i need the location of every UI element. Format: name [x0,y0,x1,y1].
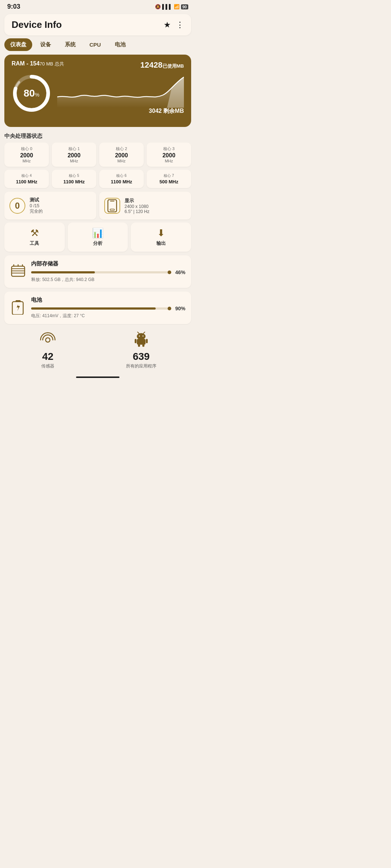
battery-icon [10,299,26,317]
ram-donut: 80% [12,73,51,113]
battery-content: 电池 90% 电压: 4114mV，温度: 27 °C [31,297,185,319]
battery-progress-bar [31,307,169,310]
battery-progress-fill [31,307,156,310]
storage-icon [10,263,26,281]
ram-remaining: 3042 剩余MB [149,107,184,115]
display-icon [104,198,120,214]
tool-label-tools: 工具 [7,240,62,247]
tool-btn-analysis[interactable]: 📊 分析 [68,222,128,252]
status-icons: 🔕 ▌▌▌ 📶 90 [155,4,188,9]
battery-card[interactable]: 电池 90% 电压: 4114mV，温度: 27 °C [4,292,191,324]
app-label: 所有的应用程序 [126,363,156,369]
ram-wave-chart: 3042 剩余MB [57,75,184,111]
ram-percent: 80% [24,88,39,99]
storage-progress-bar [31,271,169,273]
cpu-core-3: 核心 3 2000 MHz [147,142,191,167]
svg-rect-7 [12,268,25,269]
wave-svg [57,75,184,108]
ram-used: 12428已使用MB [140,60,184,70]
storage-progress-dot [168,271,171,274]
sensor-count: 42 [42,351,53,362]
star-icon[interactable]: ★ [164,20,171,30]
svg-rect-13 [12,302,23,315]
cpu-core-1: 核心 1 2000 MHz [52,142,96,167]
battery-percent: 90% [172,306,185,311]
bottom-stats: 42 传感器 639 [0,328,196,376]
header-action-icons: ★ ⋮ [164,20,184,30]
battery-title: 电池 [31,297,185,303]
cpu-core-4: 核心 4 1100 MHz [4,170,49,188]
ram-header: RAM - 15470 MB 总共 12428已使用MB [12,60,184,70]
storage-sub: 释放: 502.5 GB，总共: 940.2 GB [31,277,185,283]
ram-card: RAM - 15470 MB 总共 12428已使用MB 80% [4,55,191,127]
tab-dashboard[interactable]: 仪表盘 [4,38,32,51]
status-bar: 9:03 🔕 ▌▌▌ 📶 90 [0,0,196,12]
svg-rect-21 [137,339,146,345]
tool-row: ⚒ 工具 📊 分析 ⬇ 输出 [0,222,196,252]
sensor-icon [39,331,56,350]
cpu-grid-row2: 核心 4 1100 MHz 核心 5 1100 MHz 核心 6 1100 MH… [0,170,196,188]
battery-level: 90 [181,4,188,9]
svg-rect-25 [142,344,144,347]
app-title: Device Info [12,19,62,30]
svg-line-20 [143,332,145,333]
svg-rect-5 [110,209,114,210]
svg-point-15 [46,338,50,342]
signal-icon: ▌▌▌ [162,4,172,9]
svg-point-17 [139,336,140,337]
tools-icon: ⚒ [7,227,62,239]
display-card[interactable]: 显示 868 x 391 6.5" | 120 Hz [99,192,191,220]
sensor-stat[interactable]: 42 传感器 [39,331,56,369]
svg-point-16 [137,333,146,340]
svg-rect-14 [16,300,21,302]
tool-btn-export[interactable]: ⬇ 输出 [131,222,191,252]
ram-title: RAM - 15470 MB 总共 [12,60,64,67]
app-header: Device Info ★ ⋮ [4,14,191,35]
tool-label-analysis: 分析 [71,240,125,247]
tab-bar: 仪表盘 设备 系统 CPU 电池 [0,38,196,51]
svg-rect-24 [138,344,140,347]
svg-rect-22 [135,339,136,343]
home-indicator [76,376,119,378]
status-time: 9:03 [7,3,20,10]
cpu-core-5: 核心 5 1100 MHz [52,170,96,188]
storage-content: 内部存储器 46% 释放: 502.5 GB，总共: 940.2 GB [31,260,185,283]
more-icon[interactable]: ⋮ [176,20,184,30]
tab-cpu[interactable]: CPU [84,39,107,51]
svg-rect-23 [146,339,148,343]
cpu-core-6: 核心 6 1100 MHz [99,170,144,188]
storage-percent: 46% [172,269,185,275]
storage-card[interactable]: 内部存储器 46% 释放: 502.5 GB，总共: 940.2 GB [4,255,191,288]
cpu-core-7: 核心 7 500 MHz [147,170,191,188]
ram-body: 80% 3042 剩余MB [12,73,184,113]
wifi-icon: 📶 [174,4,180,9]
svg-rect-9 [12,273,25,273]
cpu-grid-row1: 核心 0 2000 MHz 核心 1 2000 MHz 核心 2 2000 MH… [0,142,196,167]
test-icon: 0 [9,198,25,214]
test-card[interactable]: 0 测试 0 /15 完全的 [4,192,96,220]
tool-label-export: 输出 [134,240,188,247]
export-icon: ⬇ [134,227,188,239]
sensor-label: 传感器 [41,363,54,369]
battery-progress-row: 90% [31,306,185,311]
storage-progress-fill [31,271,95,273]
cpu-section-title: 中央处理器状态 [0,131,196,142]
tool-btn-tools[interactable]: ⚒ 工具 [4,222,65,252]
app-stat[interactable]: 639 所有的应用程序 [126,331,156,369]
storage-title: 内部存储器 [31,260,185,267]
svg-point-18 [143,336,144,337]
app-count: 639 [133,351,150,362]
analysis-icon: 📊 [71,227,125,239]
bottom-nav-bar [0,376,196,385]
svg-rect-8 [12,271,25,271]
cpu-core-0: 核心 0 2000 MHz [4,142,49,167]
svg-rect-3 [108,200,117,212]
tab-battery[interactable]: 电池 [109,38,131,51]
tab-system[interactable]: 系统 [59,38,81,51]
battery-sub: 电压: 4114mV，温度: 27 °C [31,313,185,319]
info-cards-row: 0 测试 0 /15 完全的 显示 868 x 391 6.5" | 120… [0,192,196,220]
phone-icon-svg [107,199,117,212]
tab-device[interactable]: 设备 [34,38,57,51]
svg-line-19 [138,332,139,333]
battery-progress-dot [168,307,171,310]
